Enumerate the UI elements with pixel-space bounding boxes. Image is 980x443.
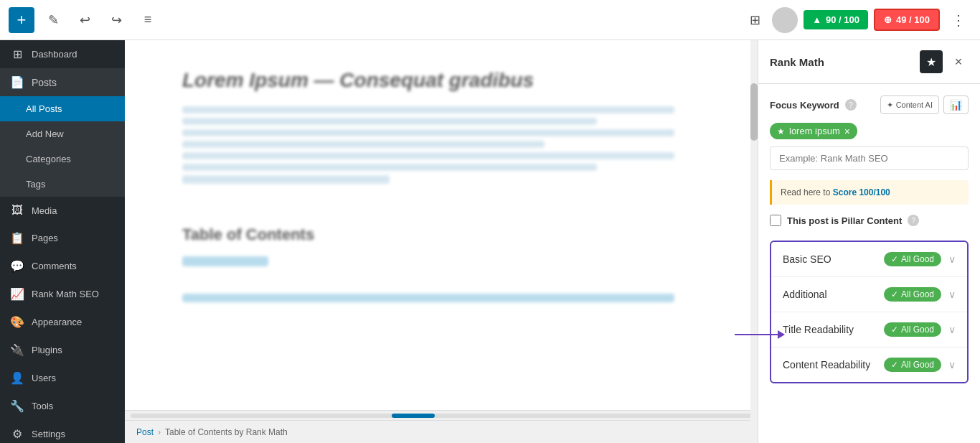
sidebar-item-label: Plugins [32,345,62,355]
sidebar-item-label: Posts [32,77,57,88]
score-green-label: 90 / 100 [826,14,859,25]
sidebar-item-tools[interactable]: 🔧 Tools [0,392,125,420]
posts-icon: 📄 [10,75,24,89]
plugins-icon: 🔌 [10,343,24,357]
content-readability-header[interactable]: Content Readability ✓ All Good ∨ [771,348,967,382]
additional-label: Additional [783,289,877,300]
pillar-help-icon[interactable]: ? [908,215,919,226]
undo-button[interactable]: ↩ [72,7,98,33]
sidebar-item-plugins[interactable]: 🔌 Plugins [0,336,125,364]
keyword-input[interactable] [770,146,969,170]
star-icon: ★ [926,55,936,69]
horizontal-scrollbar[interactable] [125,410,758,420]
pillar-checkbox[interactable] [770,215,781,226]
additional-header[interactable]: Additional ✓ All Good ∨ [771,277,967,312]
sidebar-item-pages[interactable]: 📋 Pages [0,224,125,252]
keyword-text: lorem ipsum [789,126,840,136]
seo-score-green-button[interactable]: ▲ 90 / 100 [804,10,868,29]
editor-section-title: Table of Contents [182,221,700,248]
star-button[interactable]: ★ [920,50,943,73]
sidebar-item-label: Pages [32,233,58,243]
dashboard-icon: ⊞ [10,47,24,61]
sidebar-item-label: Appearance [32,317,82,327]
focus-keyword-label: Focus Keyword [770,100,839,111]
sidebar-item-comments[interactable]: 💬 Comments [0,252,125,280]
more-options-button[interactable]: ⋮ [946,9,971,32]
sidebar-item-categories[interactable]: Categories [0,146,125,172]
content-ai-label: Content AI [896,101,933,109]
sidebar-item-label: Rank Math SEO [32,289,99,299]
basic-seo-label: Basic SEO [783,253,877,265]
sidebar-item-media[interactable]: 🖼 Media [0,197,125,224]
seo-section-content-readability: Content Readability ✓ All Good ∨ [771,348,967,382]
keyword-star-icon: ★ [777,126,785,136]
comments-icon: 💬 [10,259,24,273]
content-readability-chevron: ∨ [948,359,956,370]
sidebar-item-label: Settings [32,429,65,439]
check-icon: ✓ [891,289,898,299]
appearance-icon: 🎨 [10,315,24,329]
status-bar: Post › Table of Contents by Rank Math [125,420,758,443]
sidebar-item-all-posts[interactable]: All Posts [0,96,125,121]
sidebar-item-dashboard[interactable]: ⊞ Dashboard [0,40,125,68]
editor-body: Table of Contents [182,106,700,302]
score-banner: Read here to Score 100/100 [770,180,969,205]
panel-scroll: Focus Keyword ? ✦ Content AI 📊 ★ lorem i… [758,84,980,443]
title-readability-badge: ✓ All Good [884,322,941,337]
right-panel: Rank Math ★ × Focus Keyword ? ✦ Content … [758,40,980,443]
seo-score-red-button[interactable]: ⊕ 49 / 100 [874,9,940,31]
sidebar-item-rank-math[interactable]: 📈 Rank Math SEO [0,280,125,308]
top-toolbar: + ✎ ↩ ↪ ≡ ⊞ ▲ 90 / 100 ⊕ 49 / 100 ⋮ [0,0,980,40]
users-icon: 👤 [10,371,24,385]
scrollbar-thumb [392,414,435,418]
sidebar-item-label: Dashboard [32,49,77,60]
sidebar-item-users[interactable]: 👤 Users [0,364,125,392]
score-link[interactable]: Score 100/100 [833,187,890,197]
close-panel-button[interactable]: × [948,52,969,72]
keyword-tag: ★ lorem ipsum × [770,123,857,139]
check-icon: ✓ [891,360,898,370]
check-icon: ✓ [891,325,898,335]
sidebar-item-label: Comments [32,261,77,271]
tags-label: Tags [26,179,45,190]
sidebar-item-settings[interactable]: ⚙ Settings [0,420,125,443]
categories-label: Categories [26,154,71,164]
score-green-icon: ▲ [812,14,821,25]
panel-title: Rank Math [770,56,914,68]
focus-keyword-help[interactable]: ? [845,99,857,111]
score-banner-text: Read here to [781,187,833,197]
sidebar-item-label: Media [32,205,57,216]
list-view-button[interactable]: ≡ [135,7,161,33]
redo-button[interactable]: ↪ [103,7,129,33]
panel-header: Rank Math ★ × [758,40,980,84]
post-link: Post [136,427,154,437]
rank-math-icon: 📈 [10,287,24,301]
fk-buttons: ✦ Content AI 📊 [880,95,969,114]
basic-seo-badge: ✓ All Good [884,252,941,266]
edit-button[interactable]: ✎ [40,7,66,33]
editor-scroll[interactable]: Lorem Ipsum — Consequat gradibus Table o… [125,40,758,410]
sidebar-item-tags[interactable]: Tags [0,172,125,197]
title-readability-label: Title Readability [783,324,877,335]
content-readability-badge: ✓ All Good [884,358,941,372]
scrollbar-thumb-vertical [750,83,758,141]
avatar [772,7,798,33]
main-layout: ⊞ Dashboard 📄 Posts All Posts Add New Ca… [0,40,980,443]
sidebar-item-appearance[interactable]: 🎨 Appearance [0,308,125,336]
title-readability-header[interactable]: Title Readability ✓ All Good ∨ [771,312,967,347]
content-readability-label: Content Readability [783,359,877,370]
content-ai-button[interactable]: ✦ Content AI [880,95,939,114]
badge-text: All Good [901,254,934,264]
chart-button[interactable]: 📊 [943,95,969,114]
sidebar-item-add-new[interactable]: Add New [0,121,125,146]
layout-toggle-button[interactable]: ⊞ [744,9,766,31]
basic-seo-header[interactable]: Basic SEO ✓ All Good ∨ [771,242,967,276]
vertical-scrollbar[interactable] [750,40,758,443]
sidebar-item-posts[interactable]: 📄 Posts [0,68,125,96]
add-block-button[interactable]: + [9,7,34,33]
pages-icon: 📋 [10,231,24,245]
ai-icon: ✦ [887,101,893,110]
sidebar-item-label: Users [32,373,56,383]
keyword-remove-button[interactable]: × [844,126,850,136]
settings-icon: ⚙ [10,427,24,441]
